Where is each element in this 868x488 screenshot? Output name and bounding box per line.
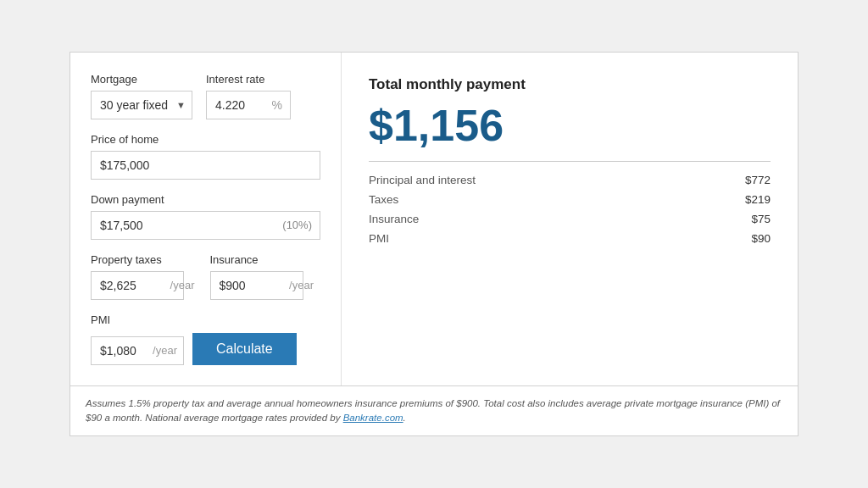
breakdown-list: Principal and interest$772Taxes$219Insur… xyxy=(369,174,771,245)
total-monthly-amount: $1,156 xyxy=(369,100,771,151)
calculate-button[interactable]: Calculate xyxy=(192,333,297,365)
breakdown-label: Principal and interest xyxy=(369,174,476,186)
insurance-input[interactable] xyxy=(210,271,303,300)
breakdown-row: PMI$90 xyxy=(369,232,771,245)
breakdown-value: $75 xyxy=(751,213,771,225)
insurance-group: Insurance /year xyxy=(210,253,321,300)
mortgage-group: Mortgage 30 year fixed 15 year fixed 5/1… xyxy=(91,73,192,119)
taxes-insurance-row: Property taxes /year Insurance /year xyxy=(91,253,320,300)
breakdown-value: $772 xyxy=(745,174,771,186)
price-label: Price of home xyxy=(91,133,320,146)
taxes-group: Property taxes /year xyxy=(91,253,202,300)
pmi-input-wrapper: /year xyxy=(91,336,184,365)
taxes-input-wrapper: /year xyxy=(91,271,202,300)
price-input[interactable] xyxy=(91,151,320,180)
breakdown-row: Taxes$219 xyxy=(369,193,771,206)
taxes-input[interactable] xyxy=(91,271,184,300)
breakdown-label: PMI xyxy=(369,232,389,245)
interest-rate-input-wrapper: % xyxy=(206,91,291,119)
right-panel: Total monthly payment $1,156 Principal a… xyxy=(342,53,798,385)
footer-text: Assumes 1.5% property tax and average an… xyxy=(86,398,780,423)
interest-rate-label: Interest rate xyxy=(206,73,291,86)
breakdown-row: Principal and interest$772 xyxy=(369,174,771,186)
breakdown-label: Insurance xyxy=(369,213,419,225)
pmi-calc-row: /year Calculate xyxy=(91,333,320,365)
taxes-label: Property taxes xyxy=(91,253,202,266)
left-panel: Mortgage 30 year fixed 15 year fixed 5/1… xyxy=(70,53,342,385)
mortgage-select-wrapper: 30 year fixed 15 year fixed 5/1 ARM ▼ xyxy=(91,91,192,119)
breakdown-label: Taxes xyxy=(369,193,398,206)
down-payment-input-wrapper: (10%) xyxy=(91,211,320,240)
breakdown-value: $90 xyxy=(751,232,771,245)
insurance-input-wrapper: /year xyxy=(210,271,321,300)
breakdown-row: Insurance$75 xyxy=(369,213,771,225)
breakdown-value: $219 xyxy=(745,193,771,206)
footer-link-end: . xyxy=(403,413,406,423)
pmi-label-group: PMI xyxy=(91,313,320,326)
price-input-wrapper xyxy=(91,151,320,180)
down-payment-label: Down payment xyxy=(91,193,320,206)
page-wrapper: Mortgage 30 year fixed 15 year fixed 5/1… xyxy=(70,52,798,437)
bankrate-link[interactable]: Bankrate.com xyxy=(343,413,403,423)
footer-note: Assumes 1.5% property tax and average an… xyxy=(70,386,798,437)
insurance-label: Insurance xyxy=(210,253,321,266)
down-payment-input[interactable] xyxy=(91,211,320,240)
pmi-input[interactable] xyxy=(91,336,184,365)
price-group: Price of home xyxy=(91,133,320,180)
main-card: Mortgage 30 year fixed 15 year fixed 5/1… xyxy=(70,52,798,386)
pmi-label: PMI xyxy=(91,313,320,326)
total-monthly-label: Total monthly payment xyxy=(369,76,771,93)
mortgage-label: Mortgage xyxy=(91,73,192,86)
pmi-input-group: /year xyxy=(91,336,184,365)
divider xyxy=(369,161,771,162)
top-row-form: Mortgage 30 year fixed 15 year fixed 5/1… xyxy=(91,73,320,119)
down-payment-group: Down payment (10%) xyxy=(91,193,320,240)
interest-rate-group: Interest rate % xyxy=(206,73,291,119)
mortgage-select[interactable]: 30 year fixed 15 year fixed 5/1 ARM xyxy=(91,91,192,119)
interest-rate-input[interactable] xyxy=(206,91,291,119)
